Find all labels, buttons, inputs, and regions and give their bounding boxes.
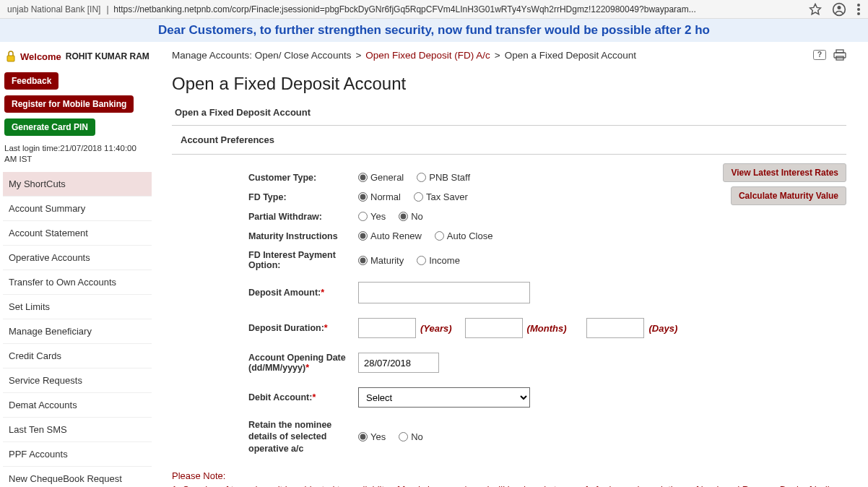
radio-maturity-renew[interactable]: Auto Renew bbox=[358, 230, 422, 241]
star-icon[interactable] bbox=[809, 3, 822, 16]
feedback-button[interactable]: Feedback bbox=[4, 72, 58, 90]
sidebar-menu: My ShortCuts Account Summary Account Sta… bbox=[3, 172, 152, 487]
label-months: (Months) bbox=[527, 323, 567, 334]
radio-nominee-no[interactable]: No bbox=[399, 431, 423, 442]
lock-icon bbox=[6, 51, 16, 62]
breadcrumb-root[interactable]: Manage Accounts: Open/ Close Accounts bbox=[172, 50, 351, 61]
svg-text:?: ? bbox=[817, 51, 822, 59]
radio-customer-general[interactable]: General bbox=[358, 172, 404, 183]
label-deposit-amount: Deposit Amount:* bbox=[172, 288, 358, 298]
breadcrumb-link[interactable]: Open Fixed Deposit (FD) A/c bbox=[365, 50, 490, 61]
sidebar: Welcome ROHIT KUMAR RAM Feedback Registe… bbox=[0, 42, 155, 487]
menu-account-summary[interactable]: Account Summary bbox=[3, 197, 152, 221]
menu-ppf-accounts[interactable]: PPF Accounts bbox=[3, 442, 152, 467]
menu-manage-beneficiary[interactable]: Manage Beneficiary bbox=[3, 319, 152, 344]
radio-customer-pnbstaff[interactable]: PNB Staff bbox=[417, 172, 470, 183]
label-partial-withdraw: Partial Withdraw: bbox=[172, 212, 358, 222]
svg-rect-6 bbox=[7, 56, 14, 61]
please-note-section: Please Note: 1. Opening of term deposit … bbox=[172, 469, 846, 487]
select-debit-account[interactable]: Select bbox=[358, 387, 530, 408]
last-login-time: Last login time:21/07/2018 11:40:00 AM I… bbox=[4, 143, 150, 165]
browser-address-bar: unjab National Bank [IN] | https://netba… bbox=[0, 0, 868, 19]
print-icon[interactable] bbox=[833, 49, 846, 61]
radio-partial-no[interactable]: No bbox=[399, 211, 423, 222]
calculate-maturity-button[interactable]: Calculate Maturity Value bbox=[731, 186, 846, 205]
radio-partial-yes[interactable]: Yes bbox=[358, 211, 386, 222]
label-years: (Years) bbox=[420, 323, 452, 334]
menu-account-statement[interactable]: Account Statement bbox=[3, 221, 152, 246]
label-fd-type: FD Type: bbox=[172, 192, 358, 202]
label-maturity-instructions: Maturity Instructions bbox=[172, 231, 358, 241]
input-deposit-amount[interactable] bbox=[358, 282, 530, 303]
label-retain-nominee: Retain the nominee details of selected o… bbox=[172, 419, 358, 454]
radio-fd-normal[interactable]: Normal bbox=[358, 191, 401, 202]
menu-transfer-own[interactable]: Transfer to Own Accounts bbox=[3, 270, 152, 295]
svg-point-5 bbox=[857, 12, 860, 15]
welcome-username: ROHIT KUMAR RAM bbox=[66, 51, 149, 61]
browser-tab-title: unjab National Bank [IN] bbox=[7, 4, 100, 14]
label-opening-date: Account Opening Date (dd/MM/yyyy)* bbox=[172, 353, 358, 373]
menu-credit-cards[interactable]: Credit Cards bbox=[3, 344, 152, 369]
label-days: (Days) bbox=[648, 323, 677, 334]
radio-payment-maturity[interactable]: Maturity bbox=[358, 255, 404, 266]
sub-title: Open a Fixed Deposit Account bbox=[172, 104, 846, 126]
svg-point-2 bbox=[838, 6, 841, 9]
welcome-label: Welcome bbox=[20, 51, 61, 62]
breadcrumb: Manage Accounts: Open/ Close Accounts > … bbox=[172, 49, 846, 61]
radio-nominee-yes[interactable]: Yes bbox=[358, 431, 386, 442]
input-duration-years[interactable] bbox=[358, 318, 416, 338]
menu-new-chequebook[interactable]: New ChequeBook Request bbox=[3, 467, 152, 487]
register-mobile-banking-button[interactable]: Register for Mobile Banking bbox=[4, 95, 134, 113]
notes-header: Please Note: bbox=[172, 469, 846, 483]
input-opening-date[interactable] bbox=[358, 353, 439, 373]
radio-maturity-close[interactable]: Auto Close bbox=[435, 230, 493, 241]
svg-point-4 bbox=[857, 8, 860, 11]
help-icon[interactable]: ? bbox=[813, 50, 826, 60]
security-marquee: Dear Customers, to further strengthen se… bbox=[0, 19, 868, 42]
section-account-preferences: Account Preferences bbox=[172, 126, 846, 155]
radio-fd-taxsaver[interactable]: Tax Saver bbox=[414, 191, 468, 202]
label-fd-payment-option: FD Interest Payment Option: bbox=[172, 250, 358, 270]
radio-payment-income[interactable]: Income bbox=[417, 255, 460, 266]
menu-service-requests[interactable]: Service Requests bbox=[3, 369, 152, 393]
label-debit-account: Debit Account:* bbox=[172, 392, 358, 402]
user-icon[interactable] bbox=[832, 2, 846, 17]
label-deposit-duration: Deposit Duration:* bbox=[172, 323, 358, 333]
browser-url: https://netbanking.netpnb.com/corp/Finac… bbox=[113, 4, 809, 14]
label-customer-type: Customer Type: bbox=[172, 173, 358, 183]
note-1: 1. Opening of term deposit is subjected … bbox=[172, 483, 846, 487]
menu-operative-accounts[interactable]: Operative Accounts bbox=[3, 246, 152, 270]
menu-set-limits[interactable]: Set Limits bbox=[3, 295, 152, 319]
menu-last-ten-sms[interactable]: Last Ten SMS bbox=[3, 418, 152, 442]
page-title: Open a Fixed Deposit Account bbox=[172, 74, 846, 94]
svg-point-3 bbox=[857, 4, 860, 7]
main-content: Manage Accounts: Open/ Close Accounts > … bbox=[155, 42, 868, 487]
menu-dots-icon[interactable] bbox=[856, 3, 861, 16]
menu-my-shortcuts[interactable]: My ShortCuts bbox=[3, 172, 152, 197]
view-interest-rates-button[interactable]: View Latest Interest Rates bbox=[723, 163, 846, 182]
menu-demat-accounts[interactable]: Demat Accounts bbox=[3, 393, 152, 418]
generate-card-pin-button[interactable]: Generate Card PIN bbox=[4, 118, 95, 136]
svg-marker-0 bbox=[810, 4, 821, 14]
input-duration-months[interactable] bbox=[465, 318, 523, 338]
breadcrumb-current: Open a Fixed Deposit Account bbox=[505, 50, 636, 61]
input-duration-days[interactable] bbox=[586, 318, 644, 338]
